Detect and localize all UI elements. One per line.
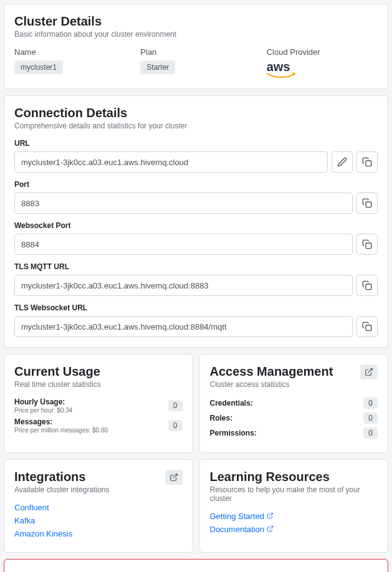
ws-port-input[interactable] xyxy=(14,234,353,255)
copy-url-button[interactable] xyxy=(356,151,378,173)
access-subtitle: Cluster access statistics xyxy=(210,380,333,389)
cluster-details-subtitle: Basic information about your cluster env… xyxy=(14,30,378,39)
connection-details-card: Connection Details Comprehensive details… xyxy=(4,95,388,348)
svg-line-7 xyxy=(269,513,272,516)
usage-subtitle: Real time cluster statistics xyxy=(14,380,183,389)
messages-label: Messages: xyxy=(14,417,108,426)
svg-rect-3 xyxy=(366,284,371,290)
link-kafka[interactable]: Kafka xyxy=(14,516,183,525)
roles-label: Roles: xyxy=(210,414,233,422)
danger-title: Danger Zone xyxy=(14,570,378,572)
connection-title: Connection Details xyxy=(14,106,378,120)
link-confluent[interactable]: Confluent xyxy=(14,503,183,512)
svg-line-5 xyxy=(368,369,372,373)
usage-title: Current Usage xyxy=(14,365,183,379)
copy-icon xyxy=(362,322,372,331)
hourly-usage-label: Hourly Usage: xyxy=(14,398,72,406)
link-getting-started-label: Getting Started xyxy=(210,512,264,521)
port-input[interactable] xyxy=(14,193,353,214)
link-documentation[interactable]: Documentation xyxy=(210,525,378,534)
tls-ws-input[interactable] xyxy=(14,316,353,337)
tls-ws-label: TLS Websocket URL xyxy=(14,303,378,312)
access-open-button[interactable] xyxy=(360,365,378,379)
copy-icon xyxy=(362,239,372,249)
credentials-value: 0 xyxy=(363,398,378,409)
ws-port-label: Websocket Port xyxy=(14,221,378,230)
hourly-usage-value: 0 xyxy=(168,400,183,411)
roles-value: 0 xyxy=(363,412,378,424)
copy-icon xyxy=(362,198,372,208)
link-kinesis[interactable]: Amazon Kinesis xyxy=(14,529,183,538)
tls-mqtt-label: TLS MQTT URL xyxy=(14,262,378,271)
name-value: mycluster1 xyxy=(14,60,63,74)
access-title: Access Management xyxy=(210,365,333,379)
access-management-card: Access Management Cluster access statist… xyxy=(199,354,389,453)
permissions-label: Permissions: xyxy=(210,429,257,437)
svg-rect-2 xyxy=(366,243,371,249)
plan-label: Plan xyxy=(140,47,251,57)
external-link-icon xyxy=(170,473,178,482)
link-documentation-label: Documentation xyxy=(210,525,264,534)
messages-value: 0 xyxy=(168,420,183,431)
hourly-usage-sublabel: Price per hour: $0.34 xyxy=(14,407,72,414)
cluster-details-card: Cluster Details Basic information about … xyxy=(4,4,388,89)
svg-rect-0 xyxy=(366,161,371,166)
integrations-open-button[interactable] xyxy=(165,470,183,485)
permissions-value: 0 xyxy=(363,427,378,439)
external-link-icon xyxy=(267,512,274,519)
copy-port-button[interactable] xyxy=(356,193,378,214)
danger-zone-card: Danger Zone Permanently delete your Hive… xyxy=(4,559,388,572)
url-label: URL xyxy=(14,139,378,148)
url-input[interactable] xyxy=(14,151,328,173)
current-usage-card: Current Usage Real time cluster statisti… xyxy=(4,354,193,453)
svg-rect-1 xyxy=(366,202,371,207)
cluster-details-title: Cluster Details xyxy=(14,14,378,29)
tls-mqtt-input[interactable] xyxy=(14,275,353,296)
copy-tls-ws-button[interactable] xyxy=(356,316,378,337)
copy-icon xyxy=(362,280,372,290)
integrations-card: Integrations Available cluster integrati… xyxy=(4,459,193,553)
copy-ws-port-button[interactable] xyxy=(356,234,378,255)
copy-tls-mqtt-button[interactable] xyxy=(356,275,378,296)
aws-logo: aws xyxy=(267,60,378,79)
learning-resources-card: Learning Resources Resources to help you… xyxy=(199,459,389,553)
connection-subtitle: Comprehensive details and statistics for… xyxy=(14,122,378,130)
svg-line-6 xyxy=(173,474,176,478)
name-label: Name xyxy=(14,47,125,57)
plan-value: Starter xyxy=(140,60,175,74)
integrations-subtitle: Available cluster integrations xyxy=(14,485,110,494)
messages-sublabel: Price per million messages: $0.80 xyxy=(14,427,108,434)
credentials-label: Credentials: xyxy=(210,399,253,408)
edit-url-button[interactable] xyxy=(332,151,353,173)
external-link-icon xyxy=(365,368,373,376)
learning-subtitle: Resources to help you make the most of y… xyxy=(210,485,378,503)
external-link-icon xyxy=(267,525,274,532)
pencil-icon xyxy=(337,157,347,167)
integrations-title: Integrations xyxy=(14,470,110,484)
link-getting-started[interactable]: Getting Started xyxy=(210,512,378,521)
copy-icon xyxy=(362,157,372,167)
svg-rect-4 xyxy=(366,325,371,331)
provider-label: Cloud Provider xyxy=(267,47,378,57)
svg-line-8 xyxy=(269,526,272,529)
port-label: Port xyxy=(14,180,378,189)
learning-title: Learning Resources xyxy=(210,470,378,484)
